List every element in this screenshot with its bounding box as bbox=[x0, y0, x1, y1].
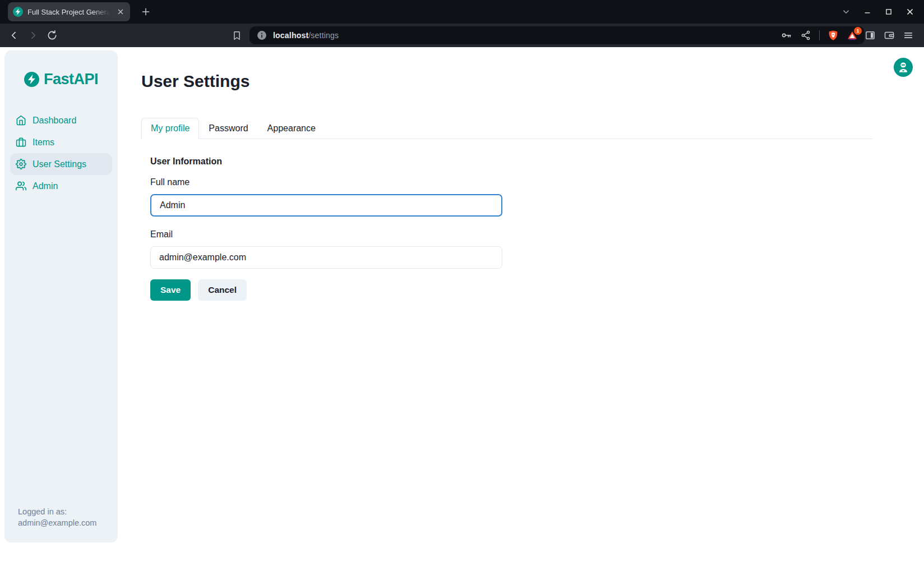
fastapi-logo: FastAPI bbox=[4, 71, 118, 88]
browser-tab-bar: Full Stack Project Generator bbox=[0, 0, 924, 24]
users-icon bbox=[16, 181, 26, 191]
site-info-icon[interactable] bbox=[256, 30, 267, 41]
cancel-button[interactable]: Cancel bbox=[198, 279, 247, 301]
logged-in-label: Logged in as: bbox=[18, 506, 110, 518]
email-label: Email bbox=[150, 229, 872, 240]
home-icon bbox=[16, 115, 26, 126]
reload-icon[interactable] bbox=[45, 28, 59, 43]
section-title: User Information bbox=[150, 157, 872, 167]
toolbar-right-actions bbox=[865, 30, 917, 41]
main-area: User Settings My profile Password Appear… bbox=[118, 47, 924, 575]
logged-in-footer: Logged in as: admin@example.com bbox=[4, 506, 118, 542]
fastapi-logo-text: FastAPI bbox=[44, 71, 98, 88]
tab-password[interactable]: Password bbox=[199, 118, 257, 139]
save-button[interactable]: Save bbox=[150, 279, 191, 301]
profile-panel: User Information Full name Email Save Ca… bbox=[141, 139, 872, 301]
url-host: localhost bbox=[273, 31, 308, 40]
sidebar-item-user-settings[interactable]: User Settings bbox=[10, 153, 112, 175]
fastapi-favicon-icon bbox=[13, 7, 23, 17]
url-text: localhost/settings bbox=[273, 31, 339, 40]
brave-rewards-icon[interactable]: 1 bbox=[847, 30, 858, 41]
sidebar-item-items[interactable]: Items bbox=[10, 131, 112, 153]
menu-icon[interactable] bbox=[903, 30, 914, 41]
tab-search-chevron-icon[interactable] bbox=[840, 6, 852, 18]
fastapi-logo-icon bbox=[24, 72, 39, 87]
key-icon[interactable] bbox=[781, 30, 792, 41]
settings-tabs: My profile Password Appearance bbox=[141, 118, 872, 139]
user-menu-button[interactable] bbox=[894, 58, 913, 77]
tab-close-icon[interactable] bbox=[116, 7, 125, 16]
tab-my-profile[interactable]: My profile bbox=[141, 118, 199, 139]
back-icon[interactable] bbox=[7, 28, 21, 43]
wallet-icon[interactable] bbox=[884, 30, 895, 41]
rewards-badge: 1 bbox=[854, 27, 862, 35]
full-name-label: Full name bbox=[150, 177, 872, 187]
briefcase-icon bbox=[16, 137, 26, 148]
browser-toolbar: localhost/settings 1 bbox=[0, 24, 924, 47]
divider bbox=[819, 30, 820, 40]
address-bar-actions: 1 bbox=[781, 30, 858, 41]
sidebar-nav: Dashboard Items User Settings Admin bbox=[4, 109, 118, 197]
sidebar-panel-icon[interactable] bbox=[865, 30, 876, 41]
bookmark-icon[interactable] bbox=[229, 28, 244, 43]
email-input[interactable] bbox=[150, 246, 502, 269]
tab-appearance[interactable]: Appearance bbox=[258, 118, 325, 139]
sidebar-item-dashboard[interactable]: Dashboard bbox=[10, 109, 112, 131]
logged-in-email: admin@example.com bbox=[18, 517, 110, 529]
address-bar[interactable]: localhost/settings 1 bbox=[250, 26, 865, 44]
forward-icon[interactable] bbox=[26, 28, 40, 43]
sidebar-item-admin[interactable]: Admin bbox=[10, 175, 112, 197]
minimize-icon[interactable] bbox=[861, 6, 874, 18]
sidebar-item-label: Admin bbox=[33, 181, 58, 191]
browser-tab[interactable]: Full Stack Project Generator bbox=[8, 2, 130, 21]
full-name-input[interactable] bbox=[150, 194, 502, 217]
sidebar-item-label: User Settings bbox=[33, 159, 86, 169]
user-astronaut-icon bbox=[897, 61, 909, 73]
close-icon[interactable] bbox=[904, 6, 916, 18]
share-icon[interactable] bbox=[800, 30, 811, 41]
page-content: FastAPI Dashboard Items User Settings bbox=[0, 47, 924, 575]
form-actions: Save Cancel bbox=[150, 279, 872, 301]
new-tab-button[interactable] bbox=[139, 5, 153, 19]
sidebar-item-label: Dashboard bbox=[33, 116, 76, 126]
tab-title: Full Stack Project Generator bbox=[27, 8, 112, 16]
maximize-icon[interactable] bbox=[883, 6, 895, 18]
gear-icon bbox=[16, 159, 26, 169]
brave-shield-icon[interactable] bbox=[828, 30, 839, 41]
url-path: /settings bbox=[308, 31, 339, 40]
page-title: User Settings bbox=[141, 72, 872, 91]
sidebar: FastAPI Dashboard Items User Settings bbox=[4, 50, 118, 542]
window-controls bbox=[840, 6, 924, 18]
sidebar-item-label: Items bbox=[33, 137, 54, 148]
